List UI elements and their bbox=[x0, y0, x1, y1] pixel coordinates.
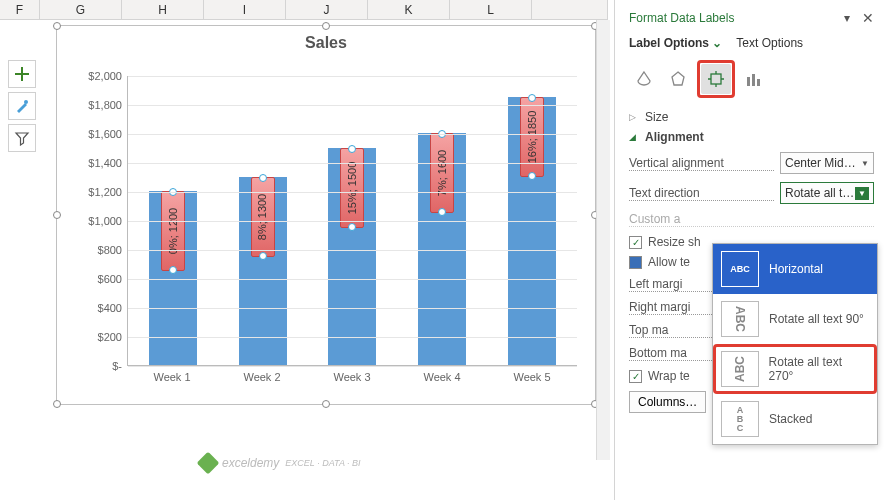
chevron-down-icon: ▼ bbox=[855, 187, 869, 200]
column-headers: FGHIJKL bbox=[0, 0, 608, 20]
highlight-box bbox=[697, 60, 735, 98]
column-header[interactable]: K bbox=[368, 0, 450, 19]
y-axis-tick: $400 bbox=[98, 302, 122, 314]
y-axis-tick: $600 bbox=[98, 273, 122, 285]
resize-handle[interactable] bbox=[53, 211, 61, 219]
effects-icon[interactable] bbox=[663, 64, 693, 94]
custom-angle-label: Custom a bbox=[629, 212, 874, 227]
dropdown-item-label: Rotate all text 270° bbox=[769, 355, 869, 383]
y-axis-tick: $1,000 bbox=[88, 215, 122, 227]
text-direction-preview-icon: ABC bbox=[721, 351, 759, 387]
text-direction-label: Text direction bbox=[629, 186, 774, 201]
resize-handle[interactable] bbox=[53, 400, 61, 408]
text-direction-preview-icon: ABC bbox=[721, 301, 759, 337]
x-axis-tick: Week 1 bbox=[153, 371, 190, 383]
dropdown-item[interactable]: ABCHorizontal bbox=[713, 244, 877, 294]
data-label[interactable]: 0%; 1200 bbox=[161, 191, 185, 271]
y-axis-tick: $1,200 bbox=[88, 186, 122, 198]
dropdown-item[interactable]: ABCRotate all text 270° bbox=[713, 344, 877, 394]
column-header[interactable]: I bbox=[204, 0, 286, 19]
pane-title-row: Format Data Labels ▾ ✕ bbox=[629, 10, 874, 26]
column-header[interactable]: G bbox=[40, 0, 122, 19]
checkbox-checked-icon[interactable]: ✓ bbox=[629, 236, 642, 249]
vertical-alignment-select[interactable]: Center Mid…▼ bbox=[780, 152, 874, 174]
resize-handle[interactable] bbox=[53, 22, 61, 30]
fill-line-icon[interactable] bbox=[629, 64, 659, 94]
svg-marker-1 bbox=[672, 72, 684, 85]
x-axis-labels: Week 1Week 2Week 3Week 4Week 5 bbox=[127, 371, 577, 383]
data-label[interactable]: 16%; 1850 bbox=[520, 97, 544, 177]
column-header[interactable] bbox=[532, 0, 608, 19]
y-axis-tick: $- bbox=[112, 360, 122, 372]
text-direction-preview-icon: ABC bbox=[721, 251, 759, 287]
x-axis-tick: Week 2 bbox=[243, 371, 280, 383]
checkbox-checked-icon[interactable]: ✓ bbox=[629, 370, 642, 383]
text-direction-select[interactable]: Rotate all t…▼ bbox=[780, 182, 874, 204]
chart-elements-button[interactable] bbox=[8, 60, 36, 88]
tab-label-options[interactable]: Label Options ⌄ bbox=[629, 36, 722, 50]
chevron-down-icon: ⌄ bbox=[712, 36, 722, 50]
column-header[interactable]: L bbox=[450, 0, 532, 19]
tab-text-options[interactable]: Text Options bbox=[736, 36, 803, 50]
data-label[interactable]: 7%; 1600 bbox=[430, 133, 454, 213]
y-axis-tick: $200 bbox=[98, 331, 122, 343]
columns-button[interactable]: Columns… bbox=[629, 391, 706, 413]
chart-styles-button[interactable] bbox=[8, 92, 36, 120]
svg-rect-2 bbox=[711, 74, 721, 84]
svg-rect-5 bbox=[757, 79, 760, 86]
label-options-icon[interactable] bbox=[739, 64, 769, 94]
chart-filter-button[interactable] bbox=[8, 124, 36, 152]
data-label[interactable]: 8%; 1300 bbox=[251, 177, 275, 257]
dropdown-item[interactable]: ABCRotate all text 90° bbox=[713, 294, 877, 344]
pane-title: Format Data Labels bbox=[629, 11, 734, 25]
expand-icon: ◢ bbox=[629, 132, 639, 142]
dropdown-item-label: Stacked bbox=[769, 412, 812, 426]
pane-options-chevron-icon[interactable]: ▾ bbox=[844, 11, 850, 25]
svg-point-0 bbox=[24, 100, 28, 104]
column-header[interactable]: F bbox=[0, 0, 40, 19]
y-axis-tick: $800 bbox=[98, 244, 122, 256]
checkbox-icon[interactable] bbox=[629, 256, 642, 269]
svg-rect-4 bbox=[752, 74, 755, 86]
y-axis-tick: $1,800 bbox=[88, 99, 122, 111]
resize-handle[interactable] bbox=[322, 22, 330, 30]
y-axis-tick: $1,600 bbox=[88, 128, 122, 140]
x-axis-tick: Week 5 bbox=[513, 371, 550, 383]
text-direction-dropdown: ABCHorizontalABCRotate all text 90°ABCRo… bbox=[712, 243, 878, 445]
dropdown-item[interactable]: ABCStacked bbox=[713, 394, 877, 444]
row-text-direction: Text direction Rotate all t…▼ bbox=[629, 182, 874, 204]
column-header[interactable]: J bbox=[286, 0, 368, 19]
plot-area[interactable]: 0%; 12008%; 130015%; 15007%; 160016%; 18… bbox=[127, 76, 577, 366]
chart-title[interactable]: Sales bbox=[57, 26, 595, 60]
x-axis-tick: Week 3 bbox=[333, 371, 370, 383]
watermark: exceldemy EXCEL · DATA · BI bbox=[200, 455, 361, 471]
pane-tabs: Label Options ⌄ Text Options bbox=[629, 36, 874, 50]
row-vertical-alignment: Vertical alignment Center Mid…▼ bbox=[629, 152, 874, 174]
vertical-alignment-label: Vertical alignment bbox=[629, 156, 774, 171]
column-header[interactable]: H bbox=[122, 0, 204, 19]
chart-side-tools bbox=[8, 60, 36, 152]
option-category-icons bbox=[629, 60, 874, 98]
dropdown-item-label: Horizontal bbox=[769, 262, 823, 276]
section-alignment[interactable]: ◢Alignment bbox=[629, 130, 874, 144]
close-icon[interactable]: ✕ bbox=[862, 10, 874, 26]
y-axis-tick: $1,400 bbox=[88, 157, 122, 169]
svg-rect-3 bbox=[747, 77, 750, 86]
dropdown-item-label: Rotate all text 90° bbox=[769, 312, 864, 326]
x-axis-tick: Week 4 bbox=[423, 371, 460, 383]
y-axis-tick: $2,000 bbox=[88, 70, 122, 82]
collapse-icon: ▷ bbox=[629, 112, 639, 122]
resize-handle[interactable] bbox=[322, 400, 330, 408]
vertical-scrollbar[interactable] bbox=[596, 20, 610, 460]
data-label[interactable]: 15%; 1500 bbox=[340, 148, 364, 228]
size-properties-icon[interactable] bbox=[701, 64, 731, 94]
text-direction-preview-icon: ABC bbox=[721, 401, 759, 437]
section-size[interactable]: ▷Size bbox=[629, 110, 874, 124]
chart-container[interactable]: Sales 0%; 12008%; 130015%; 15007%; 16001… bbox=[56, 25, 596, 405]
chevron-down-icon: ▼ bbox=[861, 159, 869, 168]
exceldemy-logo-icon bbox=[197, 452, 220, 475]
